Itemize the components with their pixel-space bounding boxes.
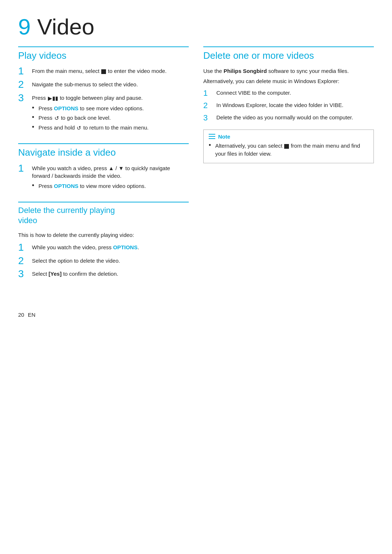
play-pause-icon: ▶▮▮: [48, 94, 58, 102]
step-number: 1: [18, 66, 32, 77]
step-number: 2: [18, 79, 32, 90]
list-item: 3 Delete the video as you normally would…: [203, 114, 374, 122]
section-heading-delete-more: Delete one or more videos: [203, 46, 374, 61]
note-header: Note: [209, 134, 368, 140]
note-line: [209, 136, 215, 137]
options-keyword: OPTIONS: [54, 105, 79, 111]
step-content: Select the option to delete the video.: [32, 257, 189, 265]
back-icon: ↺: [77, 124, 81, 132]
delete-more-intro-1: Use the Philips Songbird software to syn…: [203, 67, 374, 75]
note-lines-icon: [209, 134, 215, 140]
step-number: 1: [203, 89, 216, 98]
section-play-videos: Play videos 1 From the main menu, select…: [18, 46, 189, 133]
bullet-text: Alternatively, you can select from the m…: [215, 142, 368, 158]
back-icon: ↺: [54, 114, 59, 122]
list-item: • Alternatively, you can select from the…: [209, 142, 368, 158]
bullet-dot: •: [209, 141, 215, 149]
bullet-text: Press OPTIONS to view more video options…: [38, 182, 146, 190]
step-content: From the main menu, select to enter the …: [32, 67, 189, 75]
page-footer: 20 EN: [18, 312, 374, 318]
step-number: 2: [203, 101, 216, 110]
bullet-text: Press and hold ↺ to return to the main m…: [38, 124, 149, 132]
chapter-number: 9: [18, 14, 30, 39]
section-heading-play-videos: Play videos: [18, 46, 189, 61]
list-item: 2 Navigate the sub-menus to select the v…: [18, 81, 189, 90]
step-content: Press ▶▮▮ to toggle between play and pau…: [32, 94, 189, 133]
sub-bullet-list: • Press OPTIONS to view more video optio…: [32, 182, 189, 190]
step-number: 1: [18, 242, 32, 253]
step-number: 3: [18, 93, 32, 104]
navigate-list: 1 While you watch a video, press ▲ / ▼ t…: [18, 164, 189, 192]
note-lines: [209, 134, 215, 140]
note-bullet-list: • Alternatively, you can select from the…: [209, 142, 368, 158]
delete-current-intro: This is how to delete the currently play…: [18, 231, 189, 239]
section-navigate-inside: Navigate inside a video 1 While you watc…: [18, 143, 189, 191]
delete-current-list: 1 While you watch the video, press OPTIO…: [18, 243, 189, 280]
note-content: • Alternatively, you can select from the…: [209, 142, 368, 158]
list-item: • Press and hold ↺ to return to the main…: [32, 124, 189, 132]
note-label: Note: [218, 134, 230, 140]
step-content: While you watch a video, press ▲ / ▼ to …: [32, 164, 189, 192]
options-keyword: OPTIONS: [113, 244, 138, 250]
section-delete-more: Delete one or more videos Use the Philip…: [203, 46, 374, 163]
step-number: 3: [18, 268, 32, 280]
note-line: [209, 134, 215, 135]
list-item: 3 Select [Yes] to confirm the deletion.: [18, 270, 189, 280]
delete-more-intro-2: Alternatively, you can delete music in W…: [203, 77, 374, 85]
philips-songbird-keyword: Philips Songbird: [224, 68, 267, 74]
chapter-heading: 9Video: [18, 15, 374, 39]
step-content: Delete the video as you normally would o…: [216, 114, 374, 122]
two-col-layout: Play videos 1 From the main menu, select…: [18, 46, 374, 290]
list-item: • Press ↺ to go back one level.: [32, 114, 189, 122]
section-delete-current: Delete the currently playingvideo This i…: [18, 202, 189, 280]
play-videos-list: 1 From the main menu, select to enter th…: [18, 67, 189, 133]
delete-more-list: 1 Connect VIBE to the computer. 2 In Win…: [203, 89, 374, 123]
list-item: 1 While you watch a video, press ▲ / ▼ t…: [18, 164, 189, 192]
list-item: 1 Connect VIBE to the computer.: [203, 89, 374, 98]
note-line: [209, 138, 215, 139]
footer-language: EN: [28, 312, 36, 318]
list-item: 2 Select the option to delete the video.: [18, 257, 189, 267]
step-content: Connect VIBE to the computer.: [216, 89, 374, 97]
bullet-dot: •: [32, 182, 38, 190]
col-right: Delete one or more videos Use the Philip…: [203, 46, 374, 290]
step-number: 2: [18, 255, 32, 267]
step-number: 3: [203, 114, 216, 122]
step-content: In Windows Explorer, locate the video fo…: [216, 101, 374, 109]
page-container: 9Video Play videos 1 From the main menu,…: [18, 15, 374, 318]
bullet-dot: •: [32, 123, 38, 131]
bullet-dot: •: [32, 114, 38, 122]
col-left: Play videos 1 From the main menu, select…: [18, 46, 189, 290]
list-item: 3 Press ▶▮▮ to toggle between play and p…: [18, 94, 189, 133]
list-item: 1 From the main menu, select to enter th…: [18, 67, 189, 77]
sub-bullet-list: • Press OPTIONS to see more video option…: [32, 104, 189, 132]
note-box: Note • Alternatively, you can select fro…: [203, 130, 374, 163]
square-icon: [101, 69, 106, 74]
bullet-text: Press ↺ to go back one level.: [38, 114, 111, 122]
step-content: Navigate the sub-menus to select the vid…: [32, 81, 189, 89]
options-keyword: OPTIONS: [54, 183, 79, 189]
list-item: 1 While you watch the video, press OPTIO…: [18, 243, 189, 253]
step-content: While you watch the video, press OPTIONS…: [32, 243, 189, 251]
list-item: • Press OPTIONS to see more video option…: [32, 104, 189, 112]
footer-page-number: 20: [18, 312, 24, 318]
square-icon: [284, 144, 289, 149]
list-item: 2 In Windows Explorer, locate the video …: [203, 101, 374, 110]
step-content: Select [Yes] to confirm the deletion.: [32, 270, 189, 278]
list-item: • Press OPTIONS to view more video optio…: [32, 182, 189, 190]
yes-keyword: [Yes]: [49, 271, 62, 277]
chapter-title: Video: [37, 14, 94, 39]
section-heading-navigate: Navigate inside a video: [18, 143, 189, 158]
section-heading-delete-current: Delete the currently playingvideo: [18, 202, 189, 226]
bullet-dot: •: [32, 104, 38, 112]
bullet-text: Press OPTIONS to see more video options.: [38, 104, 144, 112]
step-number: 1: [18, 163, 32, 174]
